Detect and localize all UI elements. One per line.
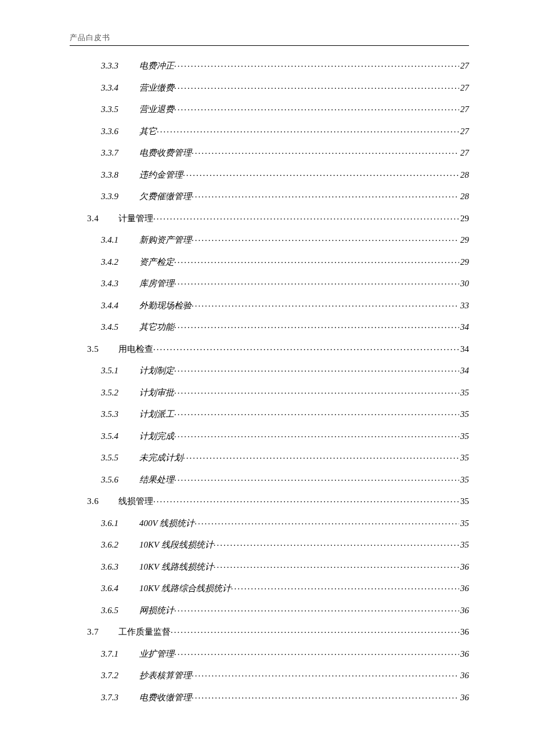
toc-entry-page: 35 [459, 476, 469, 484]
toc-entry-title: 结果处理 [139, 476, 174, 484]
toc-entry-page: 35 [459, 541, 469, 549]
toc-entry-number: 3.5.4 [101, 432, 127, 441]
toc-entry-page: 35 [459, 410, 469, 419]
toc-entry[interactable]: 3.5.6结果处理35 [101, 474, 469, 484]
toc-entry-title: 抄表核算管理 [139, 671, 192, 680]
toc-entry[interactable]: 3.3.9欠费催缴管理28 [101, 190, 469, 201]
toc-entry-page: 36 [459, 693, 469, 702]
toc-entry[interactable]: 3.5.4计划完成35 [101, 430, 469, 441]
toc-entry[interactable]: 3.7.3电费收缴管理36 [101, 692, 469, 702]
toc-entry-number: 3.6.2 [101, 541, 127, 549]
toc-entry-number: 3.5.2 [101, 388, 127, 397]
toc-leader-dots [174, 321, 459, 330]
toc-entry[interactable]: 3.4.3库房管理30 [101, 278, 469, 288]
toc-leader-dots [192, 300, 459, 308]
toc-entry[interactable]: 3.3.3电费冲正27 [101, 60, 469, 70]
toc-entry-number: 3.4.4 [101, 301, 127, 310]
toc-entry-title: 计量管理 [118, 214, 153, 223]
toc-leader-dots [192, 692, 459, 700]
toc-entry-title: 计划派工 [139, 410, 174, 419]
toc-entry[interactable]: 3.5.2计划审批35 [101, 387, 469, 397]
toc-entry-number: 3.5.6 [101, 476, 127, 484]
toc-entry-page: 36 [459, 563, 469, 571]
toc-entry-number: 3.3.4 [101, 84, 127, 92]
toc-leader-dots [174, 474, 459, 483]
toc-leader-dots [174, 648, 459, 657]
toc-entry-page: 35 [459, 497, 469, 506]
toc-entry-page: 35 [459, 432, 469, 441]
toc-leader-dots [174, 60, 459, 69]
toc-leader-dots [192, 190, 459, 199]
toc-entry-page: 30 [459, 279, 469, 288]
toc-entry[interactable]: 3.5.3计划派工35 [101, 408, 469, 419]
toc-entry-number: 3.4.1 [101, 236, 127, 244]
toc-entry-title: 10KV 线段线损统计 [139, 541, 214, 549]
toc-leader-dots [192, 669, 459, 678]
toc-entry-number: 3.5.1 [101, 366, 127, 375]
toc-entry-number: 3.3.6 [101, 127, 127, 136]
toc-leader-dots [192, 234, 459, 243]
toc-entry-title: 违约金管理 [139, 171, 183, 179]
toc-leader-dots [174, 604, 459, 613]
toc-entry[interactable]: 3.3.4营业缴费27 [101, 82, 469, 92]
toc-entry-page: 27 [459, 127, 469, 136]
toc-entry-page: 35 [459, 519, 469, 528]
toc-entry[interactable]: 3.3.7电费收费管理27 [101, 147, 469, 157]
toc-entry[interactable]: 3.4计量管理29 [87, 213, 469, 223]
toc-entry-title: 其它 [139, 127, 157, 136]
toc-entry-number: 3.3.3 [101, 62, 127, 70]
toc-entry-number: 3.6.1 [101, 519, 127, 528]
toc-entry[interactable]: 3.5.1计划制定34 [101, 365, 469, 375]
toc-entry-title: 线损管理 [118, 497, 153, 506]
toc-entry[interactable]: 3.7工作质量监督36 [87, 626, 469, 636]
toc-entry[interactable]: 3.3.8违约金管理28 [101, 169, 469, 179]
toc-entry-number: 3.7.3 [101, 693, 127, 702]
toc-entry[interactable]: 3.6.1400V 线损统计35 [101, 517, 469, 528]
toc-entry-title: 网损统计 [139, 606, 174, 615]
toc-entry-number: 3.3.7 [101, 149, 127, 157]
toc-entry-page: 27 [459, 84, 469, 92]
toc-entry-title: 营业缴费 [139, 84, 174, 92]
toc-entry[interactable]: 3.3.6其它27 [101, 125, 469, 136]
toc-entry-title: 10KV 线路线损统计 [139, 563, 214, 571]
toc-entry-title: 营业退费 [139, 105, 174, 114]
toc-leader-dots [174, 82, 459, 91]
toc-leader-dots [171, 626, 459, 635]
toc-leader-dots [153, 495, 459, 504]
toc-entry[interactable]: 3.5.5未完成计划35 [101, 452, 469, 462]
toc-entry[interactable]: 3.4.2资产检定29 [101, 256, 469, 267]
toc-entry-number: 3.3.5 [101, 105, 127, 114]
toc-leader-dots [174, 408, 459, 417]
toc-leader-dots [157, 125, 459, 134]
toc-entry[interactable]: 3.7.2抄表核算管理36 [101, 669, 469, 680]
toc-entry-title: 工作质量监督 [118, 628, 171, 636]
toc-entry-title: 电费冲正 [139, 62, 174, 70]
toc-entry-number: 3.5.5 [101, 453, 127, 462]
toc-entry[interactable]: 3.6.310KV 线路线损统计36 [101, 561, 469, 571]
toc-entry-page: 35 [459, 388, 469, 397]
toc-entry-title: 计划制定 [139, 366, 174, 375]
toc-entry-page: 36 [459, 671, 469, 680]
toc-entry[interactable]: 3.6.210KV 线段线损统计35 [101, 539, 469, 549]
toc-entry-number: 3.5 [87, 345, 104, 354]
toc-entry-title: 未完成计划 [139, 453, 183, 462]
toc-entry[interactable]: 3.4.5其它功能34 [101, 321, 469, 332]
toc-leader-dots [183, 169, 459, 178]
toc-entry[interactable]: 3.6.410KV 线路综合线损统计36 [101, 582, 469, 593]
toc-entry[interactable]: 3.4.4外勤现场检验33 [101, 300, 469, 310]
toc-entry-title: 400V 线损统计 [139, 519, 194, 528]
toc-entry[interactable]: 3.6线损管理35 [87, 495, 469, 506]
toc-entry[interactable]: 3.7.1业扩管理36 [101, 648, 469, 658]
toc-entry-title: 资产检定 [139, 258, 174, 267]
toc-entry-number: 3.7.2 [101, 671, 127, 680]
toc-entry-title: 欠费催缴管理 [139, 192, 192, 201]
toc-entry[interactable]: 3.5用电检查34 [87, 343, 469, 354]
toc-leader-dots [214, 539, 459, 548]
toc-leader-dots [231, 582, 459, 591]
toc-entry[interactable]: 3.3.5营业退费27 [101, 103, 469, 114]
toc-entry-page: 36 [459, 606, 469, 615]
toc-entry[interactable]: 3.4.1新购资产管理29 [101, 234, 469, 244]
toc-entry-page: 34 [459, 323, 469, 332]
toc-entry[interactable]: 3.6.5网损统计36 [101, 604, 469, 615]
toc-entry-page: 36 [459, 584, 469, 593]
